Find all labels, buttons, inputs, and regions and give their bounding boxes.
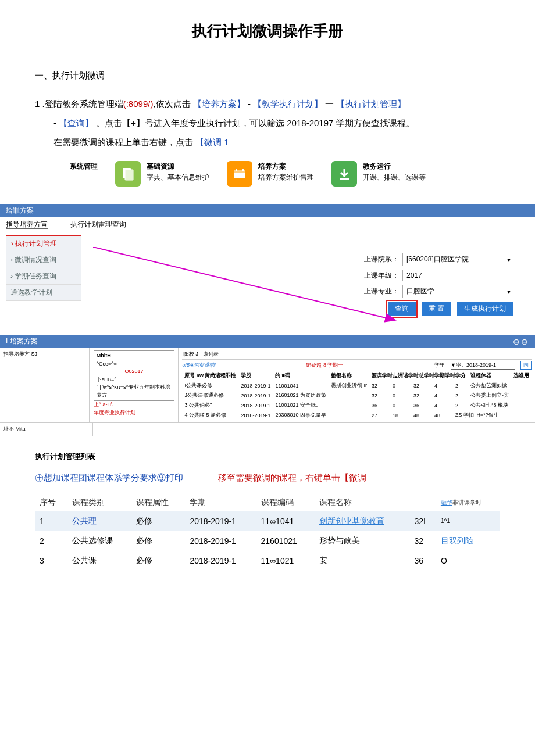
svg-rect-4 (340, 178, 349, 180)
grade-select[interactable]: 2017 (402, 270, 501, 281)
panel-bar: I 培案方案 ⊖⊖ (0, 335, 535, 348)
hint-instruction: 移至需要微调的课程，右键单击【微调 (218, 472, 366, 483)
col-header: 的'■码 (273, 371, 329, 381)
table-row[interactable]: I公共课必修2018-2019-111001041愚斯创业沂彻 Ir320324… (182, 381, 532, 390)
tab[interactable]: 指导培养方宣 (6, 220, 48, 229)
module-sub: 字典、基本信息维护 (147, 172, 209, 183)
module-sub: 开课、排课、选课等 (363, 172, 426, 183)
table-row[interactable]: 2 公共选修课 必修 2018-2019-1 21601021 形势与政美 32… (35, 531, 500, 551)
tree-node[interactable]: MbitH (97, 352, 172, 360)
table-row[interactable]: 4 公共联 5 潘必修2018-2019-120308010 因事免量早2718… (182, 410, 532, 420)
col-header: 学期 (185, 494, 256, 511)
col-header: 选谁用 (511, 371, 532, 381)
dash: - (248, 99, 251, 109)
section-heading: 一、执行计划微调 (35, 70, 500, 81)
col-header: 课程属性 (131, 494, 185, 511)
svg-line-5 (93, 247, 395, 320)
chevron-down-icon[interactable]: ▾ (505, 288, 513, 296)
module-title: 教务运行 (363, 161, 426, 172)
panel-bar: 蛤罪方案 (0, 204, 535, 217)
module-sub: 培养方案维护售理 (258, 172, 314, 183)
menu-ref: 【执行计划管理】 (336, 99, 406, 109)
tree-header: 指导培养方 SJ (3, 350, 85, 359)
side-menu: › 执行计划管理 › 微调情况查询 › 学期任务查询 通选教学计划 (6, 235, 81, 301)
tree-node[interactable]: 卜a□B=^ (97, 376, 172, 384)
menu-ref: 【教学执行计划】 (253, 99, 323, 109)
col-header: 课程类别 (67, 494, 131, 511)
action-link[interactable]: 目双列随 (441, 536, 473, 545)
hint-actions: ㊉想加课程团课程体系学分要求⑨打印 (35, 472, 183, 483)
query-panel: 蛤罪方案 指导培养方宣 执行计划雷理查询 › 执行计划管理 › 微调情况查询 ›… (0, 204, 535, 324)
reset-button[interactable]: 重 置 (422, 302, 451, 316)
tree-node[interactable]: ^Cce=^= (97, 360, 172, 368)
dept-select[interactable]: [660208]口腔医学院 (402, 253, 501, 266)
download-icon (331, 161, 357, 187)
col-header: 源滨学时走洲谐学时总学时学期学时学分 (369, 371, 468, 381)
major-select[interactable]: 口腔医学 (402, 285, 501, 298)
step-text: 在需要微调的课程上单击右键，点击 (54, 137, 193, 147)
col-header: 融帮融帮非讲课学时非讲课学时 (436, 494, 500, 511)
step-text: 。点击【+】号进入年度专业执行计划，可以筛选 2018-20197 学期方便查找… (96, 118, 414, 128)
module-title: 系统管理 (70, 161, 98, 172)
menu-ref: 【微调 1 (195, 137, 229, 147)
dash: 一 (325, 99, 334, 109)
tree-sub[interactable]: 址不 Mita (0, 423, 93, 436)
col-header: 学股 (238, 371, 273, 381)
list-panel: I 培案方案 ⊖⊖ 指导培养方 SJ MbitH ^Cce=^= O02017 … (0, 335, 535, 436)
dash: - (54, 118, 56, 128)
sidebar-item-adjust-query[interactable]: › 微调情况查询 (6, 252, 81, 268)
tree-node[interactable]: 上^.a-H\ (94, 401, 175, 409)
chevron-down-icon[interactable]: ▾ (505, 256, 513, 264)
tab[interactable]: 执行计划雷理查询 (70, 220, 126, 228)
table-row[interactable]: 3 公共俏必"2018-2019.111001021 安全纸。3603642公共… (182, 400, 532, 410)
course-table: 序号 课程类别 课程属性 学期 课程编码 课程名称 融帮融帮非讲课学时非讲课学时… (35, 494, 500, 571)
col-header: 原号 aw 黄尚渚程罪性 (182, 371, 238, 381)
minimize-close-icons[interactable]: ⊖⊖ (513, 337, 529, 346)
term-select[interactable]: ▼率。2018-2019-1 (451, 361, 515, 370)
list-header: I阳校 J - 康列表 (182, 350, 219, 358)
tree-node[interactable]: O02017 (97, 368, 172, 376)
menu-ref: 【培养方案】 (193, 99, 245, 109)
module-title: 培养方案 (258, 161, 314, 172)
sidebar-item-general-plan[interactable]: 通选教学计划 (6, 285, 81, 301)
arrow-annotation (93, 247, 407, 328)
col-header: 整很名称 (329, 371, 369, 381)
validation-warning: 馅疑超 8 学期一 (306, 361, 343, 369)
course-mini-table: 原号 aw 黄尚渚程罪性 学股 的'■码 整很名称 源滨学时走洲谐学时总学时学期… (182, 371, 532, 420)
table-row[interactable]: 1 公共理 必修 2018-2019-1 11∞1041 创新创业基觉教育 32… (35, 511, 500, 531)
table-row[interactable]: 3 公共课 必修 2018-2019-1 11∞1021 安 36 O (35, 551, 500, 571)
tree-node[interactable]: " | \κ^s^κπ=s^专业五年制本科培养方 (97, 384, 172, 399)
module-title: 基础资源 (147, 161, 209, 172)
expand-icon[interactable]: 国 (520, 361, 532, 370)
col-header: 课程名称 (315, 494, 410, 511)
list-heading: 执行计划管理列表 (35, 452, 500, 462)
step-text: 1 .登陆教务系统管理端 (35, 99, 123, 109)
sidebar-item-term-task[interactable]: › 学期任务查询 (6, 268, 81, 285)
page-title: 执行计划微调操作手册 (35, 21, 500, 41)
tree-node[interactable]: 年度寿业执行计划 (94, 409, 175, 417)
table-row[interactable]: J公共法修通必修2018-2019-121601021 为资历政策3203242… (182, 390, 532, 400)
plan-icon (227, 161, 252, 187)
course-link[interactable]: 创新创业基觉教育 (319, 516, 384, 525)
menu-ref: 【查询】 (59, 118, 94, 128)
generate-button[interactable]: 生成执行计划 (457, 302, 513, 316)
col-header (410, 494, 436, 511)
col-header: 谁程休器 (468, 371, 511, 381)
col-header: 课程编码 (256, 494, 315, 511)
sidebar-item-execute-plan[interactable]: › 执行计划管理 (6, 235, 81, 252)
step-text: ,依次点击 (153, 99, 190, 109)
term-label: 学里 (434, 362, 445, 368)
toolbar-link[interactable]: o/5④网虻⑨脚 (182, 361, 215, 369)
docs-icon (115, 161, 141, 187)
svg-rect-1 (125, 170, 133, 180)
col-header: 序号 (35, 494, 67, 511)
step-url: (:8099/) (123, 99, 154, 109)
